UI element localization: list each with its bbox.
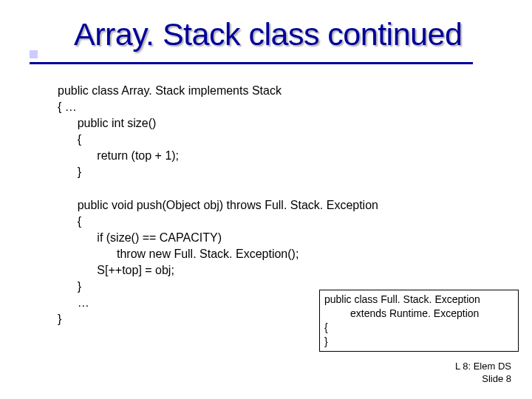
exception-class-box: public class Full. Stack. Exception exte… <box>319 290 519 352</box>
footer-course: L 8: Elem DS <box>455 361 511 373</box>
slide: Array. Stack class continued public clas… <box>0 0 532 399</box>
slide-title: Array. Stack class continued <box>74 16 532 52</box>
title-accent-square <box>30 50 38 58</box>
title-area: Array. Stack class continued <box>0 16 532 52</box>
title-underline <box>30 62 473 64</box>
slide-footer: L 8: Elem DS Slide 8 <box>455 361 511 386</box>
footer-slide-number: Slide 8 <box>455 373 511 386</box>
